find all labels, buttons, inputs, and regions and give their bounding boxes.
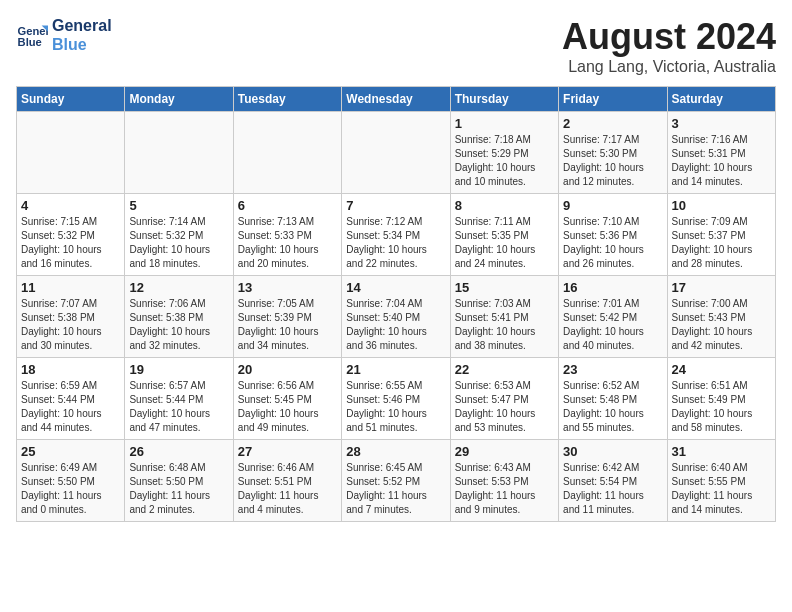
calendar-cell: 16Sunrise: 7:01 AM Sunset: 5:42 PM Dayli…: [559, 276, 667, 358]
day-info: Sunrise: 7:07 AM Sunset: 5:38 PM Dayligh…: [21, 297, 120, 353]
day-info: Sunrise: 6:49 AM Sunset: 5:50 PM Dayligh…: [21, 461, 120, 517]
day-info: Sunrise: 6:56 AM Sunset: 5:45 PM Dayligh…: [238, 379, 337, 435]
day-info: Sunrise: 6:57 AM Sunset: 5:44 PM Dayligh…: [129, 379, 228, 435]
day-number: 20: [238, 362, 337, 377]
calendar-cell: 3Sunrise: 7:16 AM Sunset: 5:31 PM Daylig…: [667, 112, 775, 194]
day-number: 25: [21, 444, 120, 459]
logo-line1: General: [52, 16, 112, 35]
day-info: Sunrise: 7:13 AM Sunset: 5:33 PM Dayligh…: [238, 215, 337, 271]
calendar-cell: 10Sunrise: 7:09 AM Sunset: 5:37 PM Dayli…: [667, 194, 775, 276]
calendar-cell: 30Sunrise: 6:42 AM Sunset: 5:54 PM Dayli…: [559, 440, 667, 522]
day-info: Sunrise: 7:17 AM Sunset: 5:30 PM Dayligh…: [563, 133, 662, 189]
calendar-cell: 4Sunrise: 7:15 AM Sunset: 5:32 PM Daylig…: [17, 194, 125, 276]
day-info: Sunrise: 7:09 AM Sunset: 5:37 PM Dayligh…: [672, 215, 771, 271]
calendar-cell: 21Sunrise: 6:55 AM Sunset: 5:46 PM Dayli…: [342, 358, 450, 440]
day-info: Sunrise: 7:10 AM Sunset: 5:36 PM Dayligh…: [563, 215, 662, 271]
day-number: 13: [238, 280, 337, 295]
calendar-week-row: 4Sunrise: 7:15 AM Sunset: 5:32 PM Daylig…: [17, 194, 776, 276]
calendar-cell: 27Sunrise: 6:46 AM Sunset: 5:51 PM Dayli…: [233, 440, 341, 522]
calendar-body: 1Sunrise: 7:18 AM Sunset: 5:29 PM Daylig…: [17, 112, 776, 522]
day-number: 1: [455, 116, 554, 131]
logo: General Blue General Blue: [16, 16, 112, 54]
calendar-cell: 29Sunrise: 6:43 AM Sunset: 5:53 PM Dayli…: [450, 440, 558, 522]
day-number: 22: [455, 362, 554, 377]
calendar-cell: 15Sunrise: 7:03 AM Sunset: 5:41 PM Dayli…: [450, 276, 558, 358]
day-info: Sunrise: 7:05 AM Sunset: 5:39 PM Dayligh…: [238, 297, 337, 353]
calendar-cell: 8Sunrise: 7:11 AM Sunset: 5:35 PM Daylig…: [450, 194, 558, 276]
day-number: 27: [238, 444, 337, 459]
calendar-cell: 28Sunrise: 6:45 AM Sunset: 5:52 PM Dayli…: [342, 440, 450, 522]
calendar-cell: 31Sunrise: 6:40 AM Sunset: 5:55 PM Dayli…: [667, 440, 775, 522]
day-info: Sunrise: 6:53 AM Sunset: 5:47 PM Dayligh…: [455, 379, 554, 435]
day-number: 26: [129, 444, 228, 459]
calendar-week-row: 18Sunrise: 6:59 AM Sunset: 5:44 PM Dayli…: [17, 358, 776, 440]
header-day: Tuesday: [233, 87, 341, 112]
calendar-cell: 25Sunrise: 6:49 AM Sunset: 5:50 PM Dayli…: [17, 440, 125, 522]
calendar-cell: [233, 112, 341, 194]
day-info: Sunrise: 6:45 AM Sunset: 5:52 PM Dayligh…: [346, 461, 445, 517]
day-info: Sunrise: 7:00 AM Sunset: 5:43 PM Dayligh…: [672, 297, 771, 353]
day-number: 8: [455, 198, 554, 213]
day-number: 29: [455, 444, 554, 459]
day-number: 19: [129, 362, 228, 377]
day-number: 21: [346, 362, 445, 377]
svg-text:Blue: Blue: [18, 36, 42, 48]
calendar-cell: 24Sunrise: 6:51 AM Sunset: 5:49 PM Dayli…: [667, 358, 775, 440]
day-number: 31: [672, 444, 771, 459]
calendar-cell: 19Sunrise: 6:57 AM Sunset: 5:44 PM Dayli…: [125, 358, 233, 440]
day-number: 9: [563, 198, 662, 213]
day-number: 23: [563, 362, 662, 377]
day-number: 12: [129, 280, 228, 295]
day-number: 30: [563, 444, 662, 459]
calendar-cell: 5Sunrise: 7:14 AM Sunset: 5:32 PM Daylig…: [125, 194, 233, 276]
day-info: Sunrise: 7:11 AM Sunset: 5:35 PM Dayligh…: [455, 215, 554, 271]
day-number: 17: [672, 280, 771, 295]
calendar-cell: 22Sunrise: 6:53 AM Sunset: 5:47 PM Dayli…: [450, 358, 558, 440]
day-number: 28: [346, 444, 445, 459]
calendar-cell: 20Sunrise: 6:56 AM Sunset: 5:45 PM Dayli…: [233, 358, 341, 440]
day-info: Sunrise: 7:01 AM Sunset: 5:42 PM Dayligh…: [563, 297, 662, 353]
day-number: 15: [455, 280, 554, 295]
calendar-header-row: SundayMondayTuesdayWednesdayThursdayFrid…: [17, 87, 776, 112]
header-day: Thursday: [450, 87, 558, 112]
day-info: Sunrise: 6:46 AM Sunset: 5:51 PM Dayligh…: [238, 461, 337, 517]
day-info: Sunrise: 7:16 AM Sunset: 5:31 PM Dayligh…: [672, 133, 771, 189]
day-number: 2: [563, 116, 662, 131]
header-day: Wednesday: [342, 87, 450, 112]
day-number: 14: [346, 280, 445, 295]
month-year: August 2024: [562, 16, 776, 58]
calendar-cell: 14Sunrise: 7:04 AM Sunset: 5:40 PM Dayli…: [342, 276, 450, 358]
day-number: 10: [672, 198, 771, 213]
day-number: 11: [21, 280, 120, 295]
calendar-cell: 9Sunrise: 7:10 AM Sunset: 5:36 PM Daylig…: [559, 194, 667, 276]
header-day: Sunday: [17, 87, 125, 112]
day-info: Sunrise: 7:14 AM Sunset: 5:32 PM Dayligh…: [129, 215, 228, 271]
calendar-cell: 13Sunrise: 7:05 AM Sunset: 5:39 PM Dayli…: [233, 276, 341, 358]
logo-line2: Blue: [52, 35, 112, 54]
calendar-cell: 6Sunrise: 7:13 AM Sunset: 5:33 PM Daylig…: [233, 194, 341, 276]
day-info: Sunrise: 6:51 AM Sunset: 5:49 PM Dayligh…: [672, 379, 771, 435]
day-info: Sunrise: 6:55 AM Sunset: 5:46 PM Dayligh…: [346, 379, 445, 435]
calendar-cell: 23Sunrise: 6:52 AM Sunset: 5:48 PM Dayli…: [559, 358, 667, 440]
calendar-cell: 17Sunrise: 7:00 AM Sunset: 5:43 PM Dayli…: [667, 276, 775, 358]
page-header: General Blue General Blue August 2024 La…: [16, 16, 776, 76]
day-info: Sunrise: 6:52 AM Sunset: 5:48 PM Dayligh…: [563, 379, 662, 435]
calendar-table: SundayMondayTuesdayWednesdayThursdayFrid…: [16, 86, 776, 522]
location: Lang Lang, Victoria, Australia: [562, 58, 776, 76]
day-number: 7: [346, 198, 445, 213]
calendar-cell: 1Sunrise: 7:18 AM Sunset: 5:29 PM Daylig…: [450, 112, 558, 194]
calendar-cell: 12Sunrise: 7:06 AM Sunset: 5:38 PM Dayli…: [125, 276, 233, 358]
day-info: Sunrise: 6:43 AM Sunset: 5:53 PM Dayligh…: [455, 461, 554, 517]
calendar-cell: 18Sunrise: 6:59 AM Sunset: 5:44 PM Dayli…: [17, 358, 125, 440]
calendar-cell: [342, 112, 450, 194]
calendar-cell: [17, 112, 125, 194]
day-info: Sunrise: 7:18 AM Sunset: 5:29 PM Dayligh…: [455, 133, 554, 189]
day-number: 18: [21, 362, 120, 377]
day-number: 5: [129, 198, 228, 213]
calendar-week-row: 1Sunrise: 7:18 AM Sunset: 5:29 PM Daylig…: [17, 112, 776, 194]
calendar-cell: 26Sunrise: 6:48 AM Sunset: 5:50 PM Dayli…: [125, 440, 233, 522]
header-day: Monday: [125, 87, 233, 112]
day-info: Sunrise: 7:06 AM Sunset: 5:38 PM Dayligh…: [129, 297, 228, 353]
calendar-cell: 11Sunrise: 7:07 AM Sunset: 5:38 PM Dayli…: [17, 276, 125, 358]
day-number: 24: [672, 362, 771, 377]
